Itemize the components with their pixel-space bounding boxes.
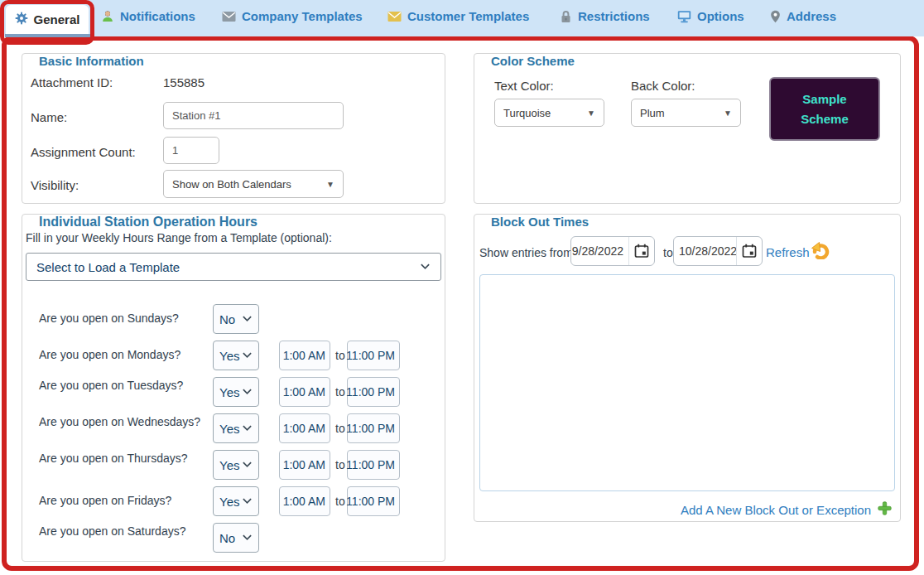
- refresh-link[interactable]: Refresh: [766, 245, 810, 259]
- lock-icon: [560, 10, 572, 23]
- block-out-legend: Block Out Times: [486, 215, 594, 229]
- active-tab-underline: [5, 34, 91, 37]
- day-question-label: Are you open on Mondays?: [39, 347, 209, 363]
- add-block-out-row: Add A New Block Out or Exception: [474, 501, 892, 519]
- block-out-list[interactable]: [479, 274, 895, 491]
- open-select-value: No: [219, 531, 235, 545]
- open-select[interactable]: Yes: [213, 341, 259, 370]
- text-color-value: Turquoise: [503, 107, 551, 119]
- chevron-down-icon: [242, 312, 253, 326]
- tab-notifications[interactable]: Notifications: [101, 9, 195, 23]
- time-range-to-label: to: [335, 422, 345, 435]
- operation-hours-section: Individual Station Operation Hours Fill …: [22, 214, 445, 562]
- attachment-id-label: Attachment ID:: [31, 75, 113, 89]
- visibility-label: Visibility:: [31, 178, 79, 192]
- day-row: Are you open on Sundays?No: [22, 304, 445, 334]
- calendar-icon[interactable]: [629, 237, 654, 265]
- open-time-input[interactable]: 1:00 AM: [279, 341, 330, 370]
- day-question-label: Are you open on Sundays?: [39, 311, 209, 326]
- envelope-gray-icon: [222, 11, 236, 22]
- open-time-input[interactable]: 1:00 AM: [279, 413, 330, 443]
- day-row: Are you open on Mondays?Yes1:00 AMto11:0…: [22, 341, 445, 370]
- chevron-down-icon: [242, 531, 253, 545]
- open-select[interactable]: Yes: [213, 486, 259, 516]
- tab-options[interactable]: Options: [677, 9, 744, 23]
- tab-label: Restrictions: [578, 9, 650, 23]
- open-select-value: Yes: [219, 385, 239, 399]
- refresh-icon[interactable]: [811, 241, 830, 263]
- add-block-out-link[interactable]: Add A New Block Out or Exception: [681, 503, 871, 517]
- day-question-label: Are you open on Thursdays?: [39, 451, 209, 466]
- color-scheme-legend: Color Scheme: [486, 54, 580, 68]
- visibility-dropdown[interactable]: Show on Both Calendars ▼: [163, 170, 344, 198]
- open-select-value: Yes: [219, 422, 239, 436]
- pin-icon: [770, 10, 781, 23]
- close-time-input[interactable]: 11:00 PM: [347, 486, 400, 516]
- day-row: Are you open on Saturdays?No: [22, 523, 445, 553]
- day-row: Are you open on Tuesdays?Yes1:00 AMto11:…: [22, 377, 445, 407]
- chevron-down-icon: [242, 349, 253, 363]
- attachment-id-value: 155885: [163, 75, 205, 89]
- visibility-value: Show on Both Calendars: [172, 178, 291, 191]
- open-select[interactable]: No: [213, 304, 259, 334]
- time-range-to-label: to: [335, 385, 345, 399]
- tab-company-templates[interactable]: Company Templates: [222, 9, 363, 23]
- chevron-down-icon: [242, 385, 253, 399]
- open-select[interactable]: Yes: [213, 413, 259, 443]
- back-color-dropdown[interactable]: Plum ▼: [631, 99, 741, 127]
- sample-scheme-box: Sample Scheme: [769, 77, 880, 141]
- tab-customer-templates[interactable]: Customer Templates: [387, 9, 529, 23]
- chevron-down-icon: ▼: [326, 180, 334, 189]
- from-date-value[interactable]: 9/28/2022: [571, 237, 629, 265]
- tab-label: General: [34, 12, 80, 27]
- tab-bar: Notifications Company Templates Customer…: [0, 0, 924, 36]
- day-row: Are you open on Thursdays?Yes1:00 AMto11…: [22, 450, 445, 480]
- close-time-input[interactable]: 11:00 PM: [347, 341, 400, 370]
- person-icon: [101, 10, 114, 23]
- day-row: Are you open on Wednesdays?Yes1:00 AMto1…: [22, 413, 445, 443]
- open-select-value: Yes: [219, 458, 239, 472]
- back-color-label: Back Color:: [631, 79, 695, 93]
- block-out-section: Block Out Times Show entries from 9/28/2…: [474, 214, 901, 522]
- open-select[interactable]: Yes: [213, 450, 259, 480]
- gear-icon: [15, 12, 28, 27]
- close-time-input[interactable]: 11:00 PM: [347, 377, 400, 407]
- day-row: Are you open on Fridays?Yes1:00 AMto11:0…: [22, 486, 445, 516]
- day-rows: Are you open on Sundays?NoAre you open o…: [22, 215, 445, 561]
- add-plus-icon[interactable]: [878, 501, 892, 519]
- name-input[interactable]: [163, 102, 344, 129]
- tab-label: Address: [787, 9, 836, 23]
- tab-general[interactable]: General: [6, 5, 89, 34]
- close-time-input[interactable]: 11:00 PM: [347, 450, 400, 480]
- open-select[interactable]: Yes: [213, 377, 259, 407]
- open-select[interactable]: No: [213, 523, 259, 553]
- tab-restrictions[interactable]: Restrictions: [560, 9, 650, 23]
- basic-information-section: Basic Information Attachment ID: 155885 …: [22, 53, 445, 204]
- day-question-label: Are you open on Tuesdays?: [39, 378, 209, 394]
- tab-address[interactable]: Address: [770, 9, 836, 23]
- show-entries-label: Show entries from: [479, 246, 573, 259]
- tab-label: Notifications: [120, 9, 195, 23]
- assignment-count-input[interactable]: [163, 137, 219, 164]
- open-select-value: No: [219, 312, 235, 326]
- to-date-value[interactable]: 10/28/2022: [674, 237, 737, 265]
- open-time-input[interactable]: 1:00 AM: [279, 450, 330, 480]
- back-color-value: Plum: [640, 107, 665, 119]
- basic-information-legend: Basic Information: [34, 54, 149, 68]
- calendar-icon[interactable]: [737, 237, 762, 265]
- name-label: Name:: [31, 110, 67, 124]
- chevron-down-icon: ▼: [587, 109, 595, 118]
- chevron-down-icon: [242, 422, 253, 436]
- chevron-down-icon: [242, 458, 253, 472]
- close-time-input[interactable]: 11:00 PM: [347, 413, 400, 443]
- open-time-input[interactable]: 1:00 AM: [279, 377, 330, 407]
- from-date-field[interactable]: 9/28/2022: [570, 236, 655, 266]
- open-time-input[interactable]: 1:00 AM: [279, 486, 330, 516]
- time-range-to-label: to: [335, 349, 345, 362]
- open-select-value: Yes: [219, 349, 239, 363]
- tab-label: Options: [697, 9, 744, 23]
- tab-label: Customer Templates: [407, 9, 529, 23]
- to-date-field[interactable]: 10/28/2022: [673, 236, 763, 266]
- day-question-label: Are you open on Wednesdays?: [39, 414, 209, 430]
- text-color-dropdown[interactable]: Turquoise ▼: [494, 99, 604, 127]
